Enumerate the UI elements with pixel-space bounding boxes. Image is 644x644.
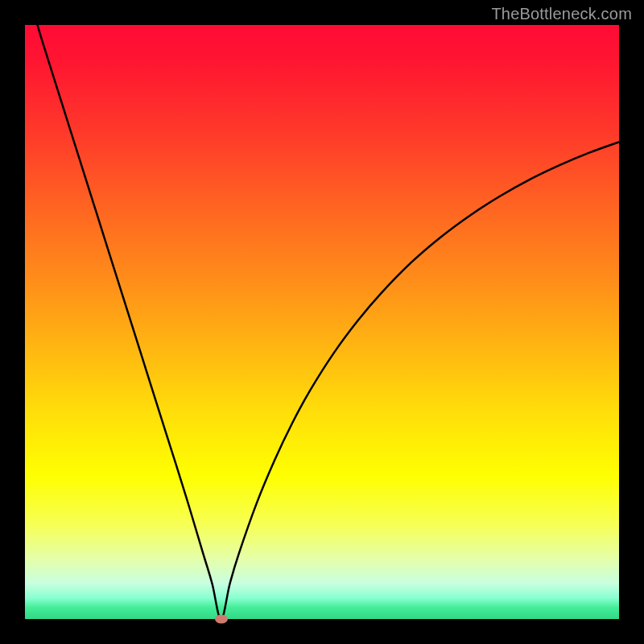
minimum-marker-icon xyxy=(215,615,228,624)
plot-area xyxy=(25,25,619,619)
watermark-label: TheBottleneck.com xyxy=(491,5,632,23)
bottleneck-curve xyxy=(25,25,619,619)
chart-canvas: TheBottleneck.com xyxy=(0,0,644,644)
